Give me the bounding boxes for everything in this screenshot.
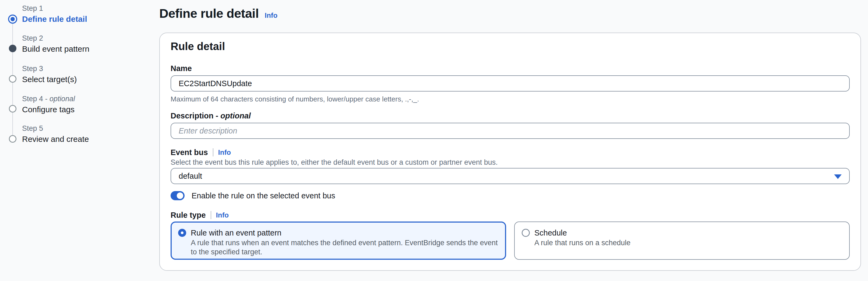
step-label[interactable]: Define rule detail	[22, 14, 87, 24]
rule-type-option-schedule[interactable]: Schedule A rule that runs on a schedule	[514, 221, 850, 260]
wizard-steps-sidebar: Step 1 Define rule detail Step 2 Build e…	[0, 0, 159, 281]
event-bus-description: Select the event bus this rule applies t…	[170, 158, 850, 166]
radio-selected-icon[interactable]	[178, 229, 186, 237]
event-bus-label: Event bus	[170, 148, 208, 157]
step-number: Step 2	[22, 34, 89, 43]
step1-current-marker-icon	[8, 14, 17, 24]
event-bus-info-link[interactable]: Info	[218, 148, 231, 157]
page-header: Define rule detail Info	[159, 6, 862, 21]
step3-upcoming-marker-icon	[9, 75, 17, 83]
step2-visited-marker-icon	[9, 45, 17, 52]
option-description: A rule that runs when an event matches t…	[191, 238, 499, 256]
step-label[interactable]: Select target(s)	[22, 74, 77, 85]
rule-type-option-event-pattern[interactable]: Rule with an event pattern A rule that r…	[170, 221, 506, 260]
name-constraint-hint: Maximum of 64 characters consisting of n…	[170, 95, 850, 103]
radio-unselected-icon[interactable]	[522, 229, 530, 237]
option-title: Rule with an event pattern	[191, 228, 281, 238]
name-label: Name	[170, 64, 850, 73]
name-input[interactable]	[170, 75, 850, 92]
step-label[interactable]: Configure tags	[22, 104, 75, 115]
step-number: Step 1	[22, 4, 87, 13]
step5-upcoming-marker-icon	[9, 135, 17, 143]
step4-upcoming-marker-icon	[9, 105, 17, 113]
page-title-info-link[interactable]: Info	[265, 11, 278, 20]
option-title: Schedule	[534, 228, 567, 238]
label-divider	[211, 211, 211, 219]
label-divider	[213, 148, 213, 156]
step-label[interactable]: Build event pattern	[22, 44, 89, 54]
enable-rule-toggle-label: Enable the rule on the selected event bu…	[192, 191, 335, 200]
chevron-down-icon	[834, 175, 842, 179]
main-content: Define rule detail Info Rule detail Name…	[159, 0, 862, 271]
enable-rule-toggle[interactable]	[170, 191, 185, 200]
step-label[interactable]: Review and create	[22, 134, 89, 144]
step-number: Step 5	[22, 124, 89, 133]
page-title: Define rule detail	[159, 6, 259, 21]
step-number: Step 3	[22, 64, 77, 73]
rule-type-options: Rule with an event pattern A rule that r…	[170, 221, 850, 260]
rule-type-info-link[interactable]: Info	[216, 211, 229, 219]
rule-detail-card: Rule detail Name Maximum of 64 character…	[159, 33, 861, 271]
description-label: Description - optional	[170, 111, 850, 121]
event-bus-select[interactable]: default	[170, 168, 850, 184]
card-title: Rule detail	[170, 40, 850, 53]
rule-type-label: Rule type	[170, 210, 206, 220]
step-number: Step 4 - optional	[22, 94, 75, 103]
event-bus-selected-value: default	[179, 172, 202, 181]
option-description: A rule that runs on a schedule	[534, 238, 842, 247]
description-input[interactable]	[170, 123, 850, 139]
